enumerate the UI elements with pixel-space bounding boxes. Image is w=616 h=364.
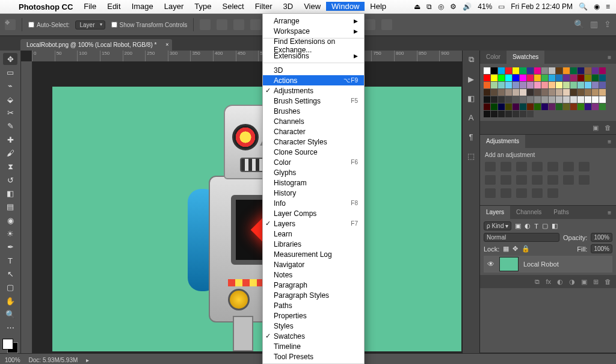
shape-tool[interactable]: ▢ [3, 282, 17, 294]
swatch[interactable] [484, 82, 490, 88]
3d-camera-icon[interactable] [381, 19, 392, 30]
swatch[interactable] [505, 96, 512, 103]
dropbox-icon[interactable]: ⧉ [427, 2, 432, 11]
workspace-icon[interactable]: ▥ [590, 19, 598, 30]
menu-item-extensions[interactable]: Extensions▶ [263, 51, 364, 61]
menu-item-paths[interactable]: Paths [263, 300, 364, 310]
swatch[interactable] [527, 67, 534, 74]
move-tool-icon[interactable]: ✥ [5, 19, 16, 30]
swatch[interactable] [599, 89, 606, 96]
channels-tab[interactable]: Channels [510, 206, 547, 219]
adj-photo-icon[interactable] [500, 175, 511, 185]
swatch[interactable] [527, 82, 534, 88]
swatch[interactable] [549, 96, 555, 103]
swatch[interactable] [513, 103, 519, 110]
swatch[interactable] [578, 67, 584, 74]
swatch[interactable] [556, 96, 562, 103]
crop-tool[interactable]: ✂ [3, 106, 17, 119]
notification-icon[interactable]: ≡ [606, 2, 610, 11]
swatch[interactable] [592, 82, 599, 88]
adj-curves-icon[interactable] [516, 162, 527, 171]
menu-item-arrange[interactable]: Arrange▶ [263, 16, 364, 26]
layer-thumbnail[interactable] [499, 257, 519, 271]
menu-type[interactable]: Type [189, 2, 217, 11]
move-tool[interactable]: ✥ [3, 53, 17, 65]
swatch[interactable] [498, 82, 505, 88]
path-tool[interactable]: ↖ [3, 268, 17, 280]
swatch[interactable] [491, 82, 497, 88]
foreground-background-swatches[interactable] [2, 339, 18, 353]
swatch[interactable] [549, 82, 555, 88]
lock-pixels-icon[interactable]: ▦ [503, 245, 509, 253]
menu-help[interactable]: Help [365, 2, 392, 11]
adj-invert-icon[interactable] [547, 175, 558, 185]
stamp-tool[interactable]: ⧗ [3, 161, 17, 173]
share-icon[interactable]: ⇪ [604, 19, 611, 30]
adj-bw-icon[interactable] [485, 175, 496, 185]
swatch[interactable] [578, 96, 584, 103]
menu-filter[interactable]: Filter [250, 2, 278, 11]
menu-item-brush-settings[interactable]: Brush SettingsF5 [263, 96, 364, 106]
menu-item-libraries[interactable]: Libraries [263, 239, 364, 249]
swatch[interactable] [541, 103, 548, 110]
menu-item-notes[interactable]: Notes [263, 270, 364, 280]
swatch[interactable] [563, 89, 570, 96]
menu-3d[interactable]: 3D [278, 2, 299, 11]
swatch[interactable] [498, 67, 505, 74]
menu-item-3d[interactable]: 3D [263, 65, 364, 75]
menu-item-tool-presets[interactable]: Tool Presets [263, 351, 364, 362]
menu-item-character-styles[interactable]: Character Styles [263, 137, 364, 147]
swatch[interactable] [592, 89, 599, 96]
swatch[interactable] [570, 103, 577, 110]
auto-select-checkbox[interactable]: Auto-Select: [28, 22, 69, 28]
gradient-tool[interactable]: ▤ [3, 201, 17, 213]
swatch[interactable] [578, 82, 584, 88]
eyedropper-tool[interactable]: ✎ [3, 120, 17, 132]
lock-all-icon[interactable]: 🔒 [522, 245, 530, 253]
swatch[interactable] [498, 111, 505, 117]
swatch[interactable] [570, 96, 577, 103]
kind-filter[interactable]: ρ Kind ▾ [484, 221, 511, 230]
color-tab[interactable]: Color [480, 51, 507, 64]
swatch[interactable] [498, 89, 505, 96]
opacity-field[interactable]: 100% [591, 233, 612, 242]
quick-select-tool[interactable]: ⬙ [3, 93, 17, 105]
new-fill-icon[interactable]: ◑ [569, 278, 575, 286]
swatch[interactable] [484, 103, 490, 110]
close-tab-icon[interactable]: × [165, 42, 168, 48]
layer-fx-icon[interactable]: fx [546, 278, 551, 285]
swatch[interactable] [563, 96, 570, 103]
swatch[interactable] [505, 75, 512, 81]
blend-mode-dropdown[interactable]: Normal [484, 233, 559, 242]
swatch-grid[interactable] [480, 64, 616, 121]
adj-chmix-icon[interactable] [516, 175, 527, 185]
menu-item-adjustments[interactable]: ✓Adjustments [263, 85, 364, 96]
document-tab[interactable]: LocalRobot.png @ 100% (Local Robot, RGB/… [20, 39, 172, 51]
swatch[interactable] [563, 75, 570, 81]
marquee-tool[interactable]: ▭ [3, 66, 17, 78]
swatch[interactable] [541, 89, 548, 96]
adj-exposure-icon[interactable] [532, 162, 543, 171]
menu-item-character[interactable]: Character [263, 126, 364, 137]
swatches-tab[interactable]: Swatches [507, 51, 544, 64]
sync-icon[interactable]: ◎ [438, 2, 444, 11]
swatch[interactable] [498, 96, 505, 103]
swatch[interactable] [592, 75, 599, 81]
new-group-icon[interactable]: ▣ [581, 278, 587, 286]
swatch[interactable] [599, 67, 606, 74]
menu-view[interactable]: View [298, 2, 326, 11]
menu-select[interactable]: Select [217, 2, 249, 11]
swatch[interactable] [534, 75, 541, 81]
type-tool[interactable]: T [3, 254, 17, 267]
swatch[interactable] [513, 67, 519, 74]
swatch[interactable] [491, 103, 497, 110]
menu-item-navigator[interactable]: Navigator [263, 259, 364, 270]
lock-position-icon[interactable]: ✥ [513, 245, 518, 253]
swatch[interactable] [556, 82, 562, 88]
swatch[interactable] [570, 89, 577, 96]
layer-item[interactable]: 👁 Local Robot [484, 256, 612, 273]
adj-lookup-icon[interactable] [532, 175, 543, 185]
dodge-tool[interactable]: ☀ [3, 227, 17, 239]
menu-item-brushes[interactable]: Brushes [263, 106, 364, 116]
swatch[interactable] [491, 75, 497, 81]
